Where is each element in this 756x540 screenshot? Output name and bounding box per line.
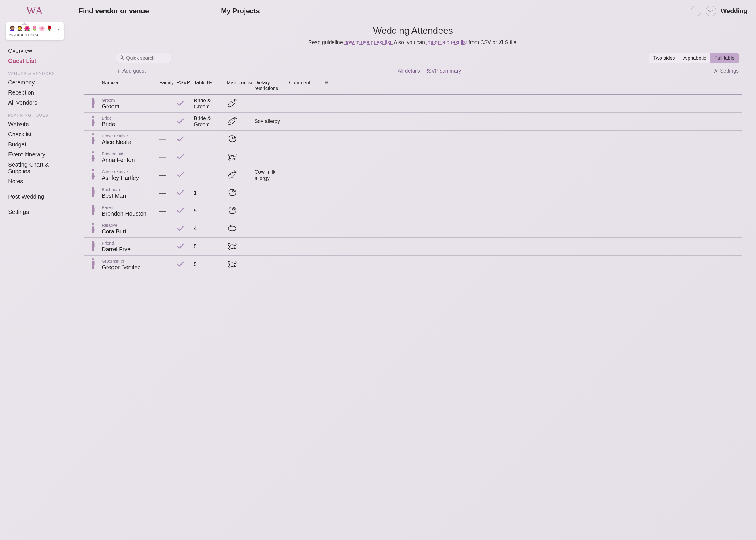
family-cell: — [159,207,177,215]
guest-role: Bride [102,116,159,120]
guest-name: Bride [102,121,159,128]
rsvp-cell [177,172,194,179]
name-cell: Parent Brenden Houston [102,205,159,217]
name-cell: Bride Bride [102,116,159,128]
rsvp-summary-link[interactable]: RSVP summary [425,68,461,74]
rsvp-cell [177,225,194,232]
check-icon [177,154,184,160]
check-icon [177,243,184,249]
table-header: Name ▾ Family RSVP Table № Main course D… [84,78,742,95]
nav-post-wedding[interactable]: Post-Wedding [8,192,62,202]
family-cell: — [159,118,177,125]
family-cell: — [159,172,177,179]
logo[interactable]: WA [0,3,70,20]
male-icon [84,258,102,271]
my-projects-link[interactable]: My Projects [221,7,260,15]
nav-website[interactable]: Website [8,119,62,129]
view-tabs: Two sidesAlphabeticFull table [649,53,739,64]
project-emojis: 👩🏽‍🦱 🤵 🌺 🌷 🌸 🌹 [9,25,53,31]
view-tab-two-sides[interactable]: Two sides [649,53,679,63]
table-row[interactable]: Close relative Ashley Hartley — Cow milk… [84,166,742,184]
nav-reception[interactable]: Reception [8,87,62,98]
diet-cell: Cow milk allergy [254,169,289,181]
male-icon [84,97,102,110]
female-icon [84,169,102,182]
col-name[interactable]: Name ▾ [102,80,159,91]
col-diet[interactable]: Dietary restrictions [254,80,289,91]
check-icon [177,207,184,213]
name-cell: Bridesmaid Anna Fenton [102,151,159,163]
steak-icon [227,205,238,215]
guest-name: Gregor Benitez [102,264,159,271]
rsvp-cell [177,118,194,125]
view-tab-full-table[interactable]: Full table [710,53,738,63]
table-row[interactable]: Groomsmen Gregor Benitez — 5 [84,256,742,273]
table-row[interactable]: Relative Cora Burt — 4 [84,220,742,238]
add-project-button[interactable] [691,6,701,16]
table-row[interactable]: Best man Best Man — 1 [84,184,742,202]
nav-seating-chart[interactable]: Seating Chart & Supplies [8,160,62,176]
table-row[interactable]: Parent Brenden Houston — 5 [84,202,742,220]
nav-all-vendors[interactable]: All Vendors [8,98,62,108]
table-row[interactable]: Bridesmaid Anna Fenton — [84,148,742,166]
female-icon [84,151,102,164]
guest-role: Friend [102,241,159,245]
guest-role: Bridesmaid [102,151,159,156]
import-link[interactable]: import a guest list [427,40,467,45]
name-cell: Close relative Ashley Hartley [102,169,159,181]
rsvp-cell [177,154,194,161]
table-row[interactable]: Friend Darrel Frye — 5 [84,238,742,256]
meal-cell [227,152,254,163]
family-cell: — [159,243,177,250]
name-cell: Close relative Alice Neale [102,133,159,146]
crab-icon [227,152,238,162]
col-family[interactable]: Family [159,80,177,91]
nav-checklist[interactable]: Checklist [8,129,62,139]
check-icon [177,189,184,196]
table-cell: 5 [194,261,227,267]
diet-cell: Soy allergy [254,118,289,124]
guest-name: Darrel Frye [102,246,159,253]
rsvp-cell [177,261,194,268]
view-tab-alphabetic[interactable]: Alphabetic [679,53,710,63]
family-cell: — [159,225,177,232]
add-guest-button[interactable]: Add guest [116,68,146,74]
meal-cell [227,188,254,199]
table-settings-button[interactable]: Settings [713,68,739,74]
guest-name: Best Man [102,193,159,199]
search-input-wrap[interactable] [116,53,171,64]
fish-icon [227,223,238,233]
table-row[interactable]: Bride Bride — Bride & Groom Soy allergy [84,113,742,131]
check-icon [177,225,184,231]
nav-notes[interactable]: Notes [8,176,62,187]
col-comment[interactable]: Comment [289,80,323,91]
nav-guest-list[interactable]: Guest List [8,56,62,66]
col-table[interactable]: Table № [194,80,227,91]
carrot-icon [227,116,238,126]
avatar[interactable]: WA [706,6,716,16]
male-icon [84,204,102,217]
table-row[interactable]: Groom Groom — Bride & Groom [84,95,742,113]
project-date: 25 AUGUST 2024 [9,33,61,37]
find-vendor-link[interactable]: Find vendor or venue [79,7,149,15]
all-details-link[interactable]: All details [398,68,420,74]
column-menu-button[interactable] [323,80,335,91]
user-name[interactable]: Wedding [721,7,747,15]
guide-link[interactable]: how to use guest list. [344,40,393,45]
table-cell: 5 [194,243,227,249]
nav-budget[interactable]: Budget [8,139,62,150]
crab-icon [227,241,238,251]
family-cell: — [159,100,177,107]
col-main-course[interactable]: Main course [227,80,254,91]
project-selector[interactable]: 👩🏽‍🦱 🤵 🌺 🌷 🌸 🌹 ⌄ 25 AUGUST 2024 [6,23,64,40]
search-input[interactable] [126,55,168,61]
guest-role: Groomsmen [102,258,159,263]
col-rsvp[interactable]: RSVP [177,80,194,91]
nav-ceremony[interactable]: Ceremony [8,77,62,87]
table-row[interactable]: Close relative Alice Neale — [84,131,742,148]
nav-event-itinerary[interactable]: Event Itinerary [8,150,62,160]
nav-overview[interactable]: Overview [8,46,62,56]
guest-name: Cora Burt [102,228,159,235]
family-cell: — [159,189,177,197]
nav-settings[interactable]: Settings [8,207,62,217]
